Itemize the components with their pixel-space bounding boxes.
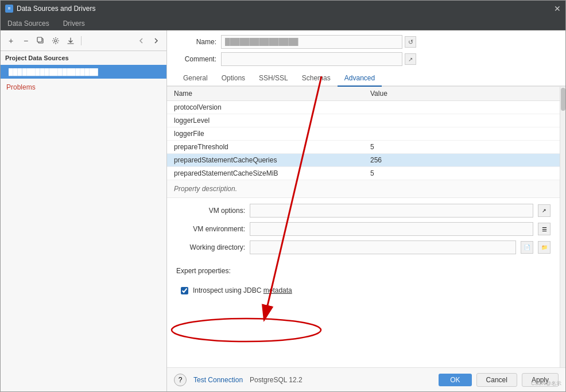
import-button[interactable] bbox=[64, 34, 77, 47]
sidebar-toolbar: + − bbox=[1, 30, 166, 51]
settings-button[interactable] bbox=[49, 34, 63, 47]
back-button[interactable] bbox=[134, 34, 148, 47]
name-input[interactable] bbox=[221, 35, 402, 49]
toolbar-separator bbox=[81, 36, 82, 45]
forward-button[interactable] bbox=[149, 34, 163, 47]
menu-bar: Data Sources Drivers bbox=[1, 17, 565, 30]
working-dir-label: Working directory: bbox=[176, 243, 245, 251]
tab-options[interactable]: Options bbox=[215, 71, 252, 87]
selected-item-label: ████████████████████ bbox=[6, 68, 100, 76]
prop-value-cell: 5 bbox=[363, 141, 560, 154]
svg-rect-2 bbox=[8, 9, 10, 9]
expert-section: Expert properties: bbox=[167, 265, 560, 284]
sidebar: + − bbox=[1, 30, 167, 391]
vm-section: VM options: ↗ VM environment: ☰ Working … bbox=[167, 198, 560, 265]
table-row[interactable]: preparedStatementCacheSizeMiB5 bbox=[167, 167, 560, 180]
tab-general[interactable]: General bbox=[176, 71, 215, 87]
driver-text: PostgreSQL 12.2 bbox=[250, 376, 303, 384]
tab-ssh-ssl[interactable]: SSH/SSL bbox=[252, 71, 295, 87]
tab-content-area: Name Value protocolVersionloggerLevellog… bbox=[167, 87, 560, 367]
prop-name-cell: loggerFile bbox=[167, 127, 363, 141]
sidebar-problems: Problems bbox=[1, 79, 166, 96]
svg-point-5 bbox=[55, 40, 57, 42]
comment-label: Comment: bbox=[176, 55, 216, 63]
working-dir-row: Working directory: $ProjectFileDir$ 📄 📁 bbox=[176, 240, 551, 254]
test-connection-link[interactable]: Test Connection bbox=[193, 376, 243, 384]
remove-button[interactable]: − bbox=[19, 34, 33, 47]
close-button[interactable]: ✕ bbox=[554, 4, 561, 13]
prop-value-cell bbox=[363, 114, 560, 127]
app-icon bbox=[5, 5, 13, 13]
table-row[interactable]: protocolVersion bbox=[167, 101, 560, 114]
cancel-button[interactable]: Cancel bbox=[476, 373, 517, 387]
vm-env-input[interactable] bbox=[250, 222, 533, 236]
menu-drivers[interactable]: Drivers bbox=[61, 18, 87, 29]
add-button[interactable]: + bbox=[4, 34, 18, 47]
prop-value-cell: 256 bbox=[363, 154, 560, 167]
prop-name-cell: prepareThreshold bbox=[167, 141, 363, 154]
svg-rect-1 bbox=[8, 7, 10, 8]
copy-button[interactable] bbox=[34, 34, 48, 47]
properties-table: Name Value protocolVersionloggerLevellog… bbox=[167, 87, 560, 180]
table-row[interactable]: loggerLevel bbox=[167, 114, 560, 127]
vm-options-expand[interactable]: ↗ bbox=[538, 204, 551, 217]
vm-options-input[interactable] bbox=[250, 204, 533, 218]
table-row[interactable]: loggerFile bbox=[167, 127, 560, 141]
checkbox-row: Introspect using JDBC metadata bbox=[172, 284, 560, 297]
introspect-label-underline: metadata bbox=[263, 286, 292, 294]
reload-icon[interactable]: ↺ bbox=[405, 36, 416, 48]
window-title: Data Sources and Drivers bbox=[17, 5, 95, 13]
scrollbar-thumb[interactable] bbox=[561, 88, 565, 111]
scrollbar-track[interactable] bbox=[560, 87, 565, 367]
prop-name-cell: preparedStatementCacheQueries bbox=[167, 154, 363, 167]
tab-schemas[interactable]: Schemas bbox=[295, 71, 338, 87]
vm-options-label: VM options: bbox=[176, 207, 245, 215]
name-label: Name: bbox=[176, 38, 216, 46]
comment-input[interactable] bbox=[221, 52, 402, 66]
property-description: Property description. bbox=[167, 180, 560, 198]
working-dir-file-btn[interactable]: 📄 bbox=[521, 241, 533, 254]
right-panel: Name: ↺ Comment: ↗ bbox=[167, 30, 565, 391]
working-dir-input[interactable]: $ProjectFileDir$ bbox=[250, 240, 516, 254]
sidebar-section-title: Project Data Sources bbox=[1, 51, 166, 65]
name-input-area: ↺ bbox=[221, 35, 416, 49]
prop-value-cell bbox=[363, 127, 560, 141]
svg-rect-4 bbox=[37, 37, 42, 42]
expert-label: Expert properties: bbox=[176, 267, 551, 275]
vm-env-row: VM environment: ☰ bbox=[176, 222, 551, 236]
title-bar: Data Sources and Drivers ✕ bbox=[1, 1, 565, 17]
ok-button[interactable]: OK bbox=[439, 374, 471, 386]
vm-env-expand[interactable]: ☰ bbox=[538, 223, 551, 235]
col-value-header: Value bbox=[363, 87, 560, 101]
tab-advanced[interactable]: Advanced bbox=[338, 71, 382, 87]
toolbar-nav bbox=[134, 34, 163, 47]
introspect-label-text: Introspect using JDBC bbox=[193, 286, 263, 294]
prop-name-cell: preparedStatementCacheSizeMiB bbox=[167, 167, 363, 180]
sidebar-selected-item[interactable]: ████████████████████ bbox=[1, 65, 166, 79]
menu-data-sources[interactable]: Data Sources bbox=[5, 18, 52, 29]
prop-value-cell: 5 bbox=[363, 167, 560, 180]
help-button[interactable]: ? bbox=[174, 374, 187, 386]
vm-options-row: VM options: ↗ bbox=[176, 204, 551, 218]
comment-row: Comment: ↗ bbox=[167, 51, 565, 71]
comment-expand-icon[interactable]: ↗ bbox=[405, 53, 416, 65]
tabs-bar: General Options SSH/SSL Schemas Advanced bbox=[167, 71, 565, 87]
introspect-label[interactable]: Introspect using JDBC metadata bbox=[193, 286, 292, 294]
col-name-header: Name bbox=[167, 87, 363, 101]
vm-env-label: VM environment: bbox=[176, 225, 245, 233]
prop-name-cell: protocolVersion bbox=[167, 101, 363, 114]
working-dir-folder-btn[interactable]: 📁 bbox=[538, 241, 551, 254]
bottom-bar: ? Test Connection PostgreSQL 12.2 OK Can… bbox=[167, 367, 565, 391]
table-row[interactable]: prepareThreshold5 bbox=[167, 141, 560, 154]
table-row[interactable]: preparedStatementCacheQueries256 bbox=[167, 154, 560, 167]
name-row: Name: ↺ bbox=[167, 30, 565, 51]
prop-value-cell bbox=[363, 101, 560, 114]
prop-name-cell: loggerLevel bbox=[167, 114, 363, 127]
introspect-checkbox[interactable] bbox=[181, 287, 188, 294]
watermark: CSDN@名示 bbox=[531, 380, 561, 387]
right-panel-inner: Name Value protocolVersionloggerLevellog… bbox=[167, 87, 565, 367]
